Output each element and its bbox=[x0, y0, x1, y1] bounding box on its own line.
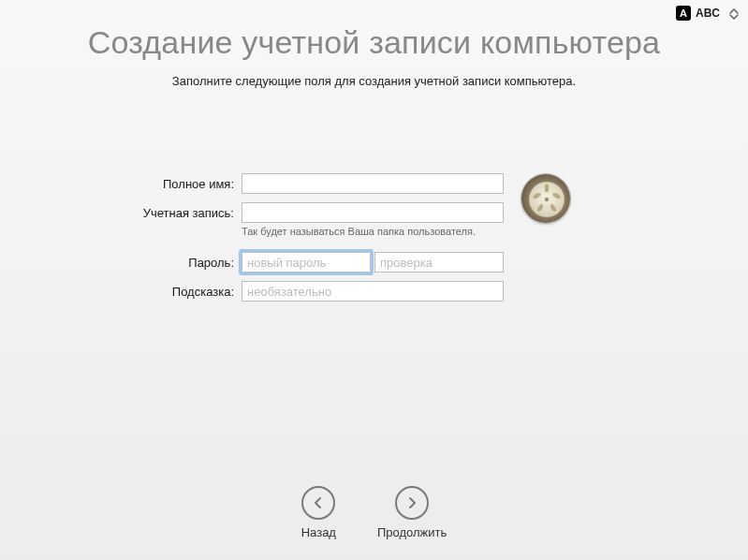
hint-field[interactable] bbox=[242, 281, 504, 302]
svg-point-7 bbox=[545, 198, 550, 202]
account-form: Полное имя: Учетная запись: Так будет на… bbox=[0, 173, 748, 310]
svg-point-2 bbox=[545, 184, 549, 193]
hint-label: Подсказка: bbox=[0, 285, 242, 299]
page-title: Создание учетной записи компьютера bbox=[0, 24, 748, 61]
account-helper-text: Так будет называться Ваша папка пользова… bbox=[242, 226, 748, 237]
page-subtitle: Заполните следующие поля для создания уч… bbox=[0, 74, 748, 88]
avatar[interactable] bbox=[521, 173, 571, 224]
arrow-right-icon bbox=[395, 486, 429, 520]
account-label: Учетная запись: bbox=[0, 206, 242, 220]
input-source-label: ABC bbox=[696, 7, 720, 20]
input-source-indicator[interactable]: A ABC bbox=[676, 6, 720, 21]
footer-nav: Назад Продолжить bbox=[0, 486, 748, 539]
arrow-left-icon bbox=[301, 486, 335, 520]
continue-label: Продолжить bbox=[377, 525, 447, 539]
continue-button[interactable]: Продолжить bbox=[377, 486, 447, 539]
back-label: Назад bbox=[301, 525, 336, 539]
password-verify-field[interactable] bbox=[374, 252, 504, 273]
password-label: Пароль: bbox=[0, 256, 242, 270]
back-button[interactable]: Назад bbox=[301, 486, 336, 539]
updown-control-icon[interactable] bbox=[727, 7, 741, 21]
input-source-badge: A bbox=[676, 6, 691, 21]
full-name-field[interactable] bbox=[242, 173, 504, 194]
password-field[interactable] bbox=[242, 252, 371, 273]
account-field[interactable] bbox=[242, 202, 504, 223]
full-name-label: Полное имя: bbox=[0, 177, 242, 191]
